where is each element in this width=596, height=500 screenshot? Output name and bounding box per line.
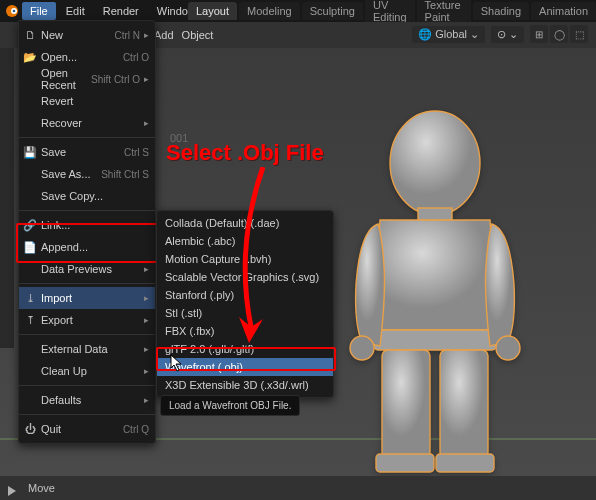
chevron-right-icon: ▸	[144, 118, 149, 128]
chevron-right-icon: ▸	[144, 395, 149, 405]
model-figure[interactable]	[320, 108, 540, 476]
svg-rect-5	[374, 330, 496, 350]
svg-rect-4	[418, 208, 452, 220]
import-svg[interactable]: Scalable Vector Graphics (.svg)	[157, 268, 333, 286]
tab-layout[interactable]: Layout	[188, 2, 237, 20]
file-revert[interactable]: Revert	[19, 90, 155, 112]
file-open-recent[interactable]: Open Recent Shift Ctrl O ▸	[19, 68, 155, 90]
file-save[interactable]: 💾 Save Ctrl S	[19, 141, 155, 163]
menu-separator	[19, 210, 155, 211]
file-save-as[interactable]: Save As... Shift Ctrl S	[19, 163, 155, 185]
menu-separator	[19, 137, 155, 138]
save-icon: 💾	[23, 145, 37, 159]
chevron-down-icon: ⌄	[509, 28, 518, 41]
import-bvh[interactable]: Motion Capture (.bvh)	[157, 250, 333, 268]
overlay-toggle-2[interactable]: ◯	[550, 25, 568, 43]
new-file-icon: 🗋	[23, 28, 37, 42]
import-icon: ⤓	[23, 291, 37, 305]
file-menu-dropdown: 🗋 New Ctrl N ▸ 📂 Open... Ctrl O Open Rec…	[18, 20, 156, 444]
tab-shading[interactable]: Shading	[473, 2, 529, 20]
file-clean-up[interactable]: Clean Up ▸	[19, 360, 155, 382]
svg-point-11	[496, 336, 520, 360]
workspace-tabs: Layout Modeling Sculpting UV Editing Tex…	[188, 0, 596, 22]
menu-separator	[19, 385, 155, 386]
link-icon: 🔗	[23, 218, 37, 232]
header-object[interactable]: Object	[182, 29, 214, 41]
svg-rect-7	[440, 350, 488, 458]
open-file-icon: 📂	[23, 50, 37, 64]
file-quit[interactable]: ⏻ Quit Ctrl Q	[19, 418, 155, 440]
import-alembic[interactable]: Alembic (.abc)	[157, 232, 333, 250]
import-submenu: Collada (Default) (.dae) Alembic (.abc) …	[156, 210, 334, 398]
export-icon: ⤒	[23, 313, 37, 327]
chevron-right-icon: ▸	[144, 264, 149, 274]
chevron-right-icon: ▸	[144, 366, 149, 376]
blender-logo-icon	[4, 3, 20, 19]
orientation-dropdown[interactable]: 🌐 Global ⌄	[412, 26, 485, 43]
svg-rect-6	[382, 350, 430, 458]
play-icon[interactable]	[8, 486, 16, 496]
file-external-data[interactable]: External Data ▸	[19, 338, 155, 360]
import-stl[interactable]: Stl (.stl)	[157, 304, 333, 322]
power-icon: ⏻	[23, 422, 37, 436]
chevron-right-icon: ▸	[144, 74, 149, 84]
svg-point-3	[390, 111, 480, 215]
menu-edit[interactable]: Edit	[58, 2, 93, 20]
menu-file[interactable]: File	[22, 2, 56, 20]
file-defaults[interactable]: Defaults ▸	[19, 389, 155, 411]
file-recover[interactable]: Recover ▸	[19, 112, 155, 134]
file-import[interactable]: ⤓ Import ▸	[19, 287, 155, 309]
import-fbx[interactable]: FBX (.fbx)	[157, 322, 333, 340]
file-open[interactable]: 📂 Open... Ctrl O	[19, 46, 155, 68]
import-ply[interactable]: Stanford (.ply)	[157, 286, 333, 304]
overlay-toggle-3[interactable]: ⬚	[570, 25, 588, 43]
file-export[interactable]: ⤒ Export ▸	[19, 309, 155, 331]
globe-icon: 🌐	[418, 28, 432, 41]
menu-separator	[19, 283, 155, 284]
status-text: Move	[28, 482, 55, 494]
svg-rect-8	[376, 454, 434, 472]
file-append[interactable]: 📄 Append...	[19, 236, 155, 258]
snap-dropdown[interactable]: ⊙ ⌄	[491, 26, 524, 43]
import-gltf[interactable]: glTF 2.0 (.glb/.gltf)	[157, 340, 333, 358]
bottom-bar: Move	[0, 476, 596, 500]
file-new[interactable]: 🗋 New Ctrl N ▸	[19, 24, 155, 46]
viewport-collection-label: 001	[170, 132, 188, 144]
svg-rect-9	[436, 454, 494, 472]
magnet-icon: ⊙	[497, 28, 506, 41]
file-data-previews[interactable]: Data Previews ▸	[19, 258, 155, 280]
chevron-right-icon: ▸	[144, 315, 149, 325]
menu-separator	[19, 334, 155, 335]
header-add[interactable]: Add	[154, 29, 174, 41]
svg-point-2	[13, 10, 16, 13]
import-wavefront-obj[interactable]: Wavefront (.obj)	[157, 358, 333, 376]
chevron-right-icon: ▸	[144, 293, 149, 303]
menu-render[interactable]: Render	[95, 2, 147, 20]
file-link[interactable]: 🔗 Link...	[19, 214, 155, 236]
tooltip: Load a Wavefront OBJ File.	[160, 395, 300, 416]
overlay-toggle-1[interactable]: ⊞	[530, 25, 548, 43]
chevron-down-icon: ⌄	[470, 28, 479, 41]
tab-animation[interactable]: Animation	[531, 2, 596, 20]
tab-sculpting[interactable]: Sculpting	[302, 2, 363, 20]
viewport-header-right: 🌐 Global ⌄ ⊙ ⌄ ⊞ ◯ ⬚	[412, 25, 588, 43]
toolbar-sidebar[interactable]	[0, 48, 14, 348]
append-icon: 📄	[23, 240, 37, 254]
svg-point-10	[350, 336, 374, 360]
chevron-right-icon: ▸	[144, 30, 149, 40]
import-x3d[interactable]: X3D Extensible 3D (.x3d/.wrl)	[157, 376, 333, 394]
import-collada[interactable]: Collada (Default) (.dae)	[157, 214, 333, 232]
chevron-right-icon: ▸	[144, 344, 149, 354]
file-save-copy[interactable]: Save Copy...	[19, 185, 155, 207]
menu-separator	[19, 414, 155, 415]
tab-modeling[interactable]: Modeling	[239, 2, 300, 20]
